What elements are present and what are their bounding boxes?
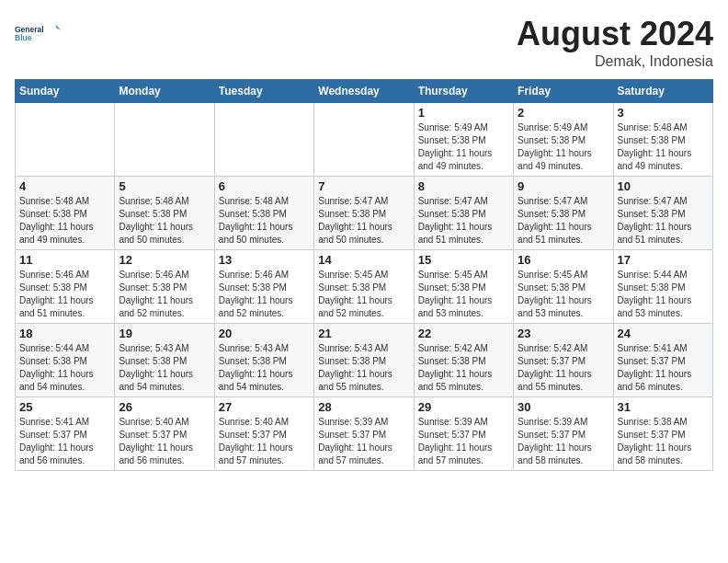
calendar-cell: 4Sunrise: 5:48 AM Sunset: 5:38 PM Daylig…: [16, 177, 115, 250]
day-info: Sunrise: 5:38 AM Sunset: 5:37 PM Dayligh…: [618, 416, 709, 467]
calendar-cell: 28Sunrise: 5:39 AM Sunset: 5:37 PM Dayli…: [314, 397, 414, 471]
calendar-cell: 30Sunrise: 5:39 AM Sunset: 5:37 PM Dayli…: [514, 397, 613, 471]
calendar-cell: 31Sunrise: 5:38 AM Sunset: 5:37 PM Dayli…: [613, 397, 712, 471]
day-number: 2: [518, 106, 609, 120]
day-number: 13: [219, 253, 310, 267]
calendar-table: SundayMondayTuesdayWednesdayThursdayFrid…: [15, 79, 713, 471]
calendar-cell: 1Sunrise: 5:49 AM Sunset: 5:38 PM Daylig…: [414, 103, 513, 177]
day-info: Sunrise: 5:46 AM Sunset: 5:38 PM Dayligh…: [119, 269, 210, 320]
day-number: 26: [119, 400, 210, 414]
day-info: Sunrise: 5:41 AM Sunset: 5:37 PM Dayligh…: [19, 416, 110, 467]
day-info: Sunrise: 5:43 AM Sunset: 5:38 PM Dayligh…: [119, 342, 210, 394]
title-block: August 2024 Demak, Indonesia: [517, 15, 713, 70]
day-info: Sunrise: 5:40 AM Sunset: 5:37 PM Dayligh…: [219, 416, 310, 467]
day-info: Sunrise: 5:47 AM Sunset: 5:38 PM Dayligh…: [318, 195, 409, 247]
day-number: 7: [318, 179, 409, 193]
day-number: 11: [19, 253, 110, 267]
calendar-cell: 19Sunrise: 5:43 AM Sunset: 5:38 PM Dayli…: [115, 324, 214, 397]
day-number: 9: [518, 179, 609, 193]
header-row: SundayMondayTuesdayWednesdayThursdayFrid…: [16, 80, 713, 103]
day-number: 31: [618, 400, 709, 414]
svg-text:Blue: Blue: [15, 33, 32, 42]
col-header-friday: Friday: [514, 80, 613, 103]
svg-marker-2: [56, 25, 61, 30]
day-number: 14: [318, 253, 409, 267]
day-number: 6: [219, 179, 310, 193]
day-info: Sunrise: 5:45 AM Sunset: 5:38 PM Dayligh…: [418, 269, 509, 320]
day-number: 24: [618, 327, 709, 340]
month-title: August 2024: [517, 15, 713, 53]
day-number: 16: [518, 253, 609, 267]
day-info: Sunrise: 5:47 AM Sunset: 5:38 PM Dayligh…: [518, 195, 609, 247]
calendar-cell: 8Sunrise: 5:47 AM Sunset: 5:38 PM Daylig…: [414, 177, 513, 250]
day-info: Sunrise: 5:39 AM Sunset: 5:37 PM Dayligh…: [318, 416, 409, 467]
calendar-cell: 12Sunrise: 5:46 AM Sunset: 5:38 PM Dayli…: [115, 250, 214, 324]
calendar-cell: 16Sunrise: 5:45 AM Sunset: 5:38 PM Dayli…: [514, 250, 613, 324]
calendar-cell: 29Sunrise: 5:39 AM Sunset: 5:37 PM Dayli…: [414, 397, 513, 471]
week-row-3: 11Sunrise: 5:46 AM Sunset: 5:38 PM Dayli…: [16, 250, 713, 324]
day-number: 3: [618, 106, 709, 120]
day-number: 4: [19, 179, 110, 193]
day-info: Sunrise: 5:43 AM Sunset: 5:38 PM Dayligh…: [219, 342, 310, 394]
week-row-2: 4Sunrise: 5:48 AM Sunset: 5:38 PM Daylig…: [16, 177, 713, 250]
calendar-cell: 27Sunrise: 5:40 AM Sunset: 5:37 PM Dayli…: [214, 397, 313, 471]
day-number: 30: [518, 400, 609, 414]
day-info: Sunrise: 5:49 AM Sunset: 5:38 PM Dayligh…: [518, 121, 609, 173]
day-number: 28: [318, 400, 409, 414]
day-info: Sunrise: 5:45 AM Sunset: 5:38 PM Dayligh…: [518, 269, 609, 320]
calendar-cell: 17Sunrise: 5:44 AM Sunset: 5:38 PM Dayli…: [613, 250, 712, 324]
week-row-5: 25Sunrise: 5:41 AM Sunset: 5:37 PM Dayli…: [16, 397, 713, 471]
day-info: Sunrise: 5:48 AM Sunset: 5:38 PM Dayligh…: [219, 195, 310, 247]
day-info: Sunrise: 5:46 AM Sunset: 5:38 PM Dayligh…: [219, 269, 310, 320]
day-info: Sunrise: 5:49 AM Sunset: 5:38 PM Dayligh…: [418, 121, 509, 173]
day-number: 10: [618, 179, 709, 193]
calendar-cell: 9Sunrise: 5:47 AM Sunset: 5:38 PM Daylig…: [514, 177, 613, 250]
calendar-cell: 5Sunrise: 5:48 AM Sunset: 5:38 PM Daylig…: [115, 177, 214, 250]
day-info: Sunrise: 5:39 AM Sunset: 5:37 PM Dayligh…: [418, 416, 509, 467]
day-info: Sunrise: 5:40 AM Sunset: 5:37 PM Dayligh…: [119, 416, 210, 467]
calendar-cell: 15Sunrise: 5:45 AM Sunset: 5:38 PM Dayli…: [414, 250, 513, 324]
day-info: Sunrise: 5:43 AM Sunset: 5:38 PM Dayligh…: [318, 342, 409, 394]
calendar-cell: 21Sunrise: 5:43 AM Sunset: 5:38 PM Dayli…: [314, 324, 414, 397]
day-number: 5: [119, 179, 210, 193]
day-number: 21: [318, 327, 409, 340]
day-info: Sunrise: 5:48 AM Sunset: 5:38 PM Dayligh…: [119, 195, 210, 247]
day-info: Sunrise: 5:39 AM Sunset: 5:37 PM Dayligh…: [518, 416, 609, 467]
day-number: 27: [219, 400, 310, 414]
calendar-cell: 10Sunrise: 5:47 AM Sunset: 5:38 PM Dayli…: [613, 177, 712, 250]
calendar-cell: 7Sunrise: 5:47 AM Sunset: 5:38 PM Daylig…: [314, 177, 414, 250]
day-info: Sunrise: 5:48 AM Sunset: 5:38 PM Dayligh…: [618, 121, 709, 173]
calendar-cell: [16, 103, 115, 177]
day-number: 19: [119, 327, 210, 340]
calendar-cell: 22Sunrise: 5:42 AM Sunset: 5:38 PM Dayli…: [414, 324, 513, 397]
day-number: 18: [19, 327, 110, 340]
col-header-monday: Monday: [115, 80, 214, 103]
calendar-cell: 14Sunrise: 5:45 AM Sunset: 5:38 PM Dayli…: [314, 250, 414, 324]
day-number: 23: [518, 327, 609, 340]
day-number: 1: [418, 106, 509, 120]
calendar-cell: 13Sunrise: 5:46 AM Sunset: 5:38 PM Dayli…: [214, 250, 313, 324]
day-number: 15: [418, 253, 509, 267]
day-number: 25: [19, 400, 110, 414]
day-number: 17: [618, 253, 709, 267]
calendar-cell: 25Sunrise: 5:41 AM Sunset: 5:37 PM Dayli…: [16, 397, 115, 471]
day-info: Sunrise: 5:48 AM Sunset: 5:38 PM Dayligh…: [19, 195, 110, 247]
week-row-1: 1Sunrise: 5:49 AM Sunset: 5:38 PM Daylig…: [16, 103, 713, 177]
day-number: 22: [418, 327, 509, 340]
page-header: General Blue August 2024 Demak, Indonesi…: [15, 15, 713, 70]
day-number: 12: [119, 253, 210, 267]
day-number: 20: [219, 327, 310, 340]
col-header-sunday: Sunday: [16, 80, 115, 103]
day-info: Sunrise: 5:44 AM Sunset: 5:38 PM Dayligh…: [19, 342, 110, 394]
day-number: 8: [418, 179, 509, 193]
col-header-saturday: Saturday: [613, 80, 712, 103]
day-info: Sunrise: 5:42 AM Sunset: 5:38 PM Dayligh…: [418, 342, 509, 394]
calendar-cell: 20Sunrise: 5:43 AM Sunset: 5:38 PM Dayli…: [214, 324, 313, 397]
day-info: Sunrise: 5:45 AM Sunset: 5:38 PM Dayligh…: [318, 269, 409, 320]
calendar-cell: 6Sunrise: 5:48 AM Sunset: 5:38 PM Daylig…: [214, 177, 313, 250]
day-info: Sunrise: 5:44 AM Sunset: 5:38 PM Dayligh…: [618, 269, 709, 320]
day-info: Sunrise: 5:42 AM Sunset: 5:37 PM Dayligh…: [518, 342, 609, 394]
calendar-cell: 11Sunrise: 5:46 AM Sunset: 5:38 PM Dayli…: [16, 250, 115, 324]
logo-svg: General Blue: [15, 15, 61, 52]
svg-text:General: General: [15, 25, 44, 34]
